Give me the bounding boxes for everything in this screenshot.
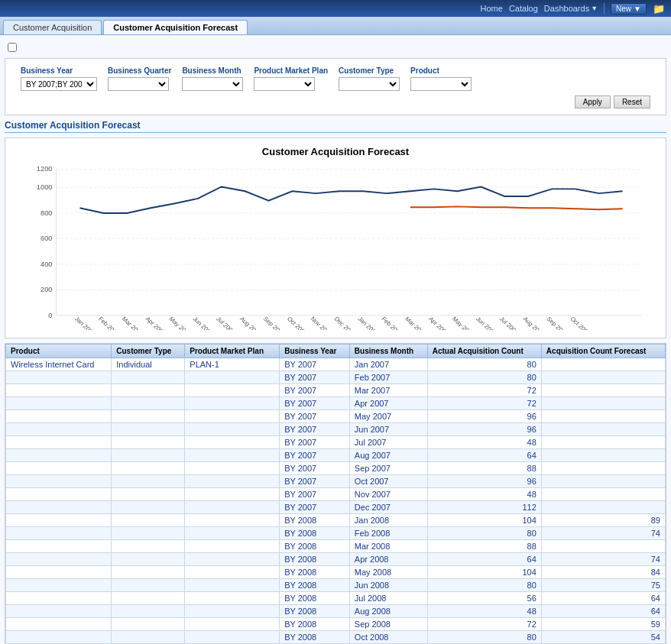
business-month-select[interactable]	[182, 77, 243, 91]
table-cell: BY 2007	[280, 501, 350, 514]
filters-row: Business Year BY 2007;BY 200 Business Qu…	[21, 66, 650, 91]
product-market-plan-select[interactable]	[254, 77, 315, 91]
col-product: Product	[6, 345, 112, 358]
table-cell: BY 2008	[280, 631, 350, 644]
table-cell: Wireless Internet Card	[6, 358, 112, 371]
checkbox-area	[5, 40, 666, 55]
table-cell: 72	[427, 384, 541, 397]
table-cell: BY 2007	[280, 449, 350, 462]
nav-catalog[interactable]: Catalog	[509, 4, 538, 13]
svg-text:May 200: May 200	[451, 316, 473, 330]
table-cell	[185, 514, 280, 527]
table-cell: BY 2008	[280, 527, 350, 540]
table-cell	[185, 553, 280, 566]
table-row: BY 2007Jul 200748	[6, 436, 666, 449]
table-cell: Nov 2007	[349, 488, 427, 501]
table-cell	[6, 410, 112, 423]
table-cell	[541, 540, 665, 553]
table-cell: Dec 2007	[349, 501, 427, 514]
table-row: BY 2007Jun 200796	[6, 423, 666, 436]
table-row: BY 2007Dec 2007112	[6, 501, 666, 514]
table-row: BY 2007Mar 200772	[6, 384, 666, 397]
svg-text:Aug 200: Aug 200	[238, 316, 261, 330]
table-cell: 48	[427, 605, 541, 618]
table-cell	[541, 371, 665, 384]
table-cell: BY 2008	[280, 540, 350, 553]
table-cell	[185, 618, 280, 631]
table-cell	[185, 501, 280, 514]
table-cell	[112, 397, 185, 410]
table-cell	[541, 449, 665, 462]
svg-text:600: 600	[41, 235, 52, 243]
table-cell	[185, 592, 280, 605]
tab-customer-acquisition-forecast[interactable]: Customer Acquisition Forecast	[103, 20, 248, 34]
svg-text:Nov 200: Nov 200	[310, 316, 332, 330]
table-cell	[6, 579, 112, 592]
table-cell: Mar 2008	[349, 540, 427, 553]
table-cell	[6, 488, 112, 501]
table-cell: Apr 2007	[349, 397, 427, 410]
table-cell	[6, 449, 112, 462]
table-cell: 84	[541, 566, 665, 579]
svg-text:Apr 200: Apr 200	[144, 316, 164, 330]
reset-button[interactable]: Reset	[614, 95, 650, 108]
new-button[interactable]: New ▼	[611, 3, 647, 15]
customer-type-label: Customer Type	[339, 66, 400, 75]
table-cell	[185, 540, 280, 553]
svg-text:400: 400	[41, 261, 52, 268]
nav-home[interactable]: Home	[481, 4, 503, 13]
table-cell	[112, 579, 185, 592]
tab-customer-acquisition[interactable]: Customer Acquisition	[3, 20, 102, 34]
table-cell: 74	[541, 553, 665, 566]
page-content: Business Year BY 2007;BY 200 Business Qu…	[0, 35, 671, 644]
nav-dashboards[interactable]: Dashboards	[544, 4, 589, 13]
apply-button[interactable]: Apply	[575, 95, 611, 108]
table-cell: BY 2008	[280, 618, 350, 631]
data-table-container: Product Customer Type Product Market Pla…	[5, 343, 666, 644]
business-quarter-select[interactable]	[108, 77, 169, 91]
table-cell	[185, 475, 280, 488]
select-all-checkbox[interactable]	[8, 43, 17, 52]
table-row: BY 2007Aug 200764	[6, 449, 666, 462]
col-actual-acquisition-count: Actual Acquisition Count	[427, 345, 541, 358]
table-cell: BY 2008	[280, 566, 350, 579]
table-cell: May 2008	[349, 566, 427, 579]
svg-text:Jun 200: Jun 200	[475, 316, 496, 330]
col-business-month: Business Month	[349, 345, 427, 358]
table-cell	[185, 423, 280, 436]
table-cell: Aug 2008	[349, 605, 427, 618]
svg-text:Oct 200: Oct 200	[569, 316, 589, 330]
filter-product-market-plan: Product Market Plan	[254, 66, 328, 91]
table-cell	[185, 410, 280, 423]
table-cell	[6, 397, 112, 410]
filter-business-year: Business Year BY 2007;BY 200	[21, 66, 97, 91]
table-cell: Oct 2008	[349, 631, 427, 644]
table-cell	[541, 501, 665, 514]
svg-text:Feb 200: Feb 200	[380, 316, 401, 330]
table-cell	[6, 423, 112, 436]
section-title: Customer Acquisition Forecast	[5, 120, 666, 133]
data-table: Product Customer Type Product Market Pla…	[5, 344, 666, 644]
table-cell: BY 2007	[280, 475, 350, 488]
customer-type-select[interactable]	[339, 77, 400, 91]
table-cell: Sep 2007	[349, 462, 427, 475]
table-cell: BY 2008	[280, 514, 350, 527]
top-navigation: Home Catalog Dashboards ▼ New ▼ 📁	[0, 0, 671, 17]
col-product-market-plan: Product Market Plan	[185, 345, 280, 358]
svg-text:Sep 200: Sep 200	[262, 316, 284, 330]
table-cell: 64	[427, 449, 541, 462]
table-cell	[541, 475, 665, 488]
svg-text:1000: 1000	[37, 184, 53, 192]
table-cell	[185, 579, 280, 592]
table-cell: BY 2007	[280, 397, 350, 410]
table-cell	[6, 384, 112, 397]
business-year-select[interactable]: BY 2007;BY 200	[21, 77, 97, 91]
table-cell: 80	[427, 358, 541, 371]
table-cell	[6, 475, 112, 488]
chart-svg: 0 200 400 600 800 1000 1200 Jan 200 Feb …	[13, 162, 658, 330]
table-cell	[185, 462, 280, 475]
product-select[interactable]	[410, 77, 472, 91]
business-year-label: Business Year	[21, 66, 97, 75]
table-cell	[112, 566, 185, 579]
table-cell: BY 2007	[280, 410, 350, 423]
